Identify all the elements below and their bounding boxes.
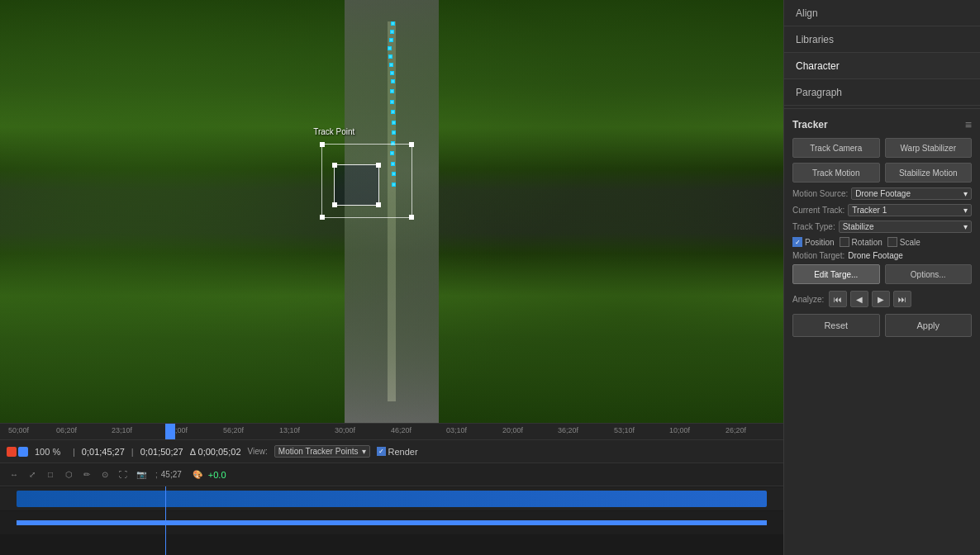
color-square-red <box>7 447 17 457</box>
warp-stabilizer-button[interactable]: Warp Stabilizer <box>885 138 973 158</box>
ruler-mark-2: 23;10f <box>112 426 132 434</box>
ruler-mark-11: 53;10f <box>614 426 635 434</box>
current-track-value: Tracker 1 <box>852 206 887 215</box>
playhead-line <box>165 486 166 555</box>
reset-button[interactable]: Reset <box>792 314 880 337</box>
motion-source-chevron-icon: ▾ <box>963 189 968 198</box>
timeline-controls-bar: 100 % | 0;01;45;27 | 0;01;50;27 Δ 0;00;0… <box>0 440 783 463</box>
tracker-section: Tracker ≡ Track Camera Warp Stabilizer T… <box>784 111 980 555</box>
view-chevron-icon: ▾ <box>362 447 366 456</box>
rotation-label: Rotation <box>852 238 882 247</box>
timecode-icon: | <box>73 447 75 457</box>
current-track-dropdown[interactable]: Tracker 1 ▾ <box>848 204 972 216</box>
current-track-chevron-icon: ▾ <box>963 206 968 215</box>
render-checkbox-row[interactable]: ✓ Render <box>377 447 418 457</box>
tab-character-label: Character <box>796 60 840 72</box>
tool-btn-3[interactable]: □ <box>43 467 58 482</box>
rotation-checkbox[interactable] <box>840 237 849 247</box>
render-checkbox[interactable]: ✓ <box>377 447 386 456</box>
ruler-container: 50;00f 06;20f 23;10f 40;00f 56;20f 13;10… <box>0 424 783 439</box>
analyze-row: Analyze: ⏮ ◀ ▶ ⏭ <box>792 291 972 307</box>
tool-btn-2[interactable]: ⤢ <box>25 467 40 482</box>
rotation-checkbox-item[interactable]: Rotation <box>840 237 882 247</box>
current-time[interactable]: 0;01;45;27 <box>82 447 125 457</box>
btn-row-1: Track Camera Warp Stabilizer <box>792 138 972 158</box>
tab-align-label: Align <box>796 7 818 19</box>
track-motion-button[interactable]: Track Motion <box>792 163 880 183</box>
tracker-title-row: Tracker ≡ <box>792 118 972 131</box>
stabilize-motion-button[interactable]: Stabilize Motion <box>885 163 973 183</box>
render-label: Render <box>388 447 418 457</box>
timeline-ruler-top[interactable]: 50;00f 06;20f 23;10f 40;00f 56;20f 13;10… <box>0 424 783 440</box>
right-panel: Align Libraries Character Paragraph Trac… <box>783 0 980 555</box>
tool-btn-1[interactable]: ↔ <box>7 467 21 482</box>
timecode-label-bottom: ; <box>155 470 158 479</box>
checkbox-row: ✓ Position Rotation Scale <box>792 237 972 247</box>
apply-button[interactable]: Apply <box>885 314 973 337</box>
btn-row-2: Track Motion Stabilize Motion <box>792 163 972 183</box>
timecode-bottom: 45;27 <box>161 470 182 479</box>
tab-libraries[interactable]: Libraries <box>784 26 980 53</box>
position-checkbox[interactable]: ✓ <box>792 237 802 247</box>
options-button[interactable]: Options... <box>885 264 973 284</box>
scale-checkbox-item[interactable]: Scale <box>887 237 921 247</box>
motion-source-dropdown[interactable]: Drone Footage ▾ <box>851 187 972 200</box>
tracker-overlay: Track Point <box>313 127 421 226</box>
analyze-label: Analyze: <box>792 295 824 304</box>
ruler-mark-13: 26;20f <box>725 426 746 434</box>
color-btn[interactable]: 🎨 <box>190 467 205 482</box>
track-camera-button[interactable]: Track Camera <box>792 138 880 158</box>
playhead-marker[interactable] <box>165 424 175 440</box>
tool-btn-7[interactable]: ⛶ <box>116 467 131 482</box>
separator: | <box>131 447 134 457</box>
analyze-next-icon: ▶ <box>878 295 884 304</box>
tracker-title: Tracker <box>792 119 828 130</box>
ruler-mark-0: 50;00f <box>8 426 29 434</box>
handle-br <box>409 215 414 220</box>
edit-target-button[interactable]: Edit Targe... <box>792 264 880 284</box>
ruler-mark-7: 46;20f <box>391 426 412 434</box>
position-checkbox-item[interactable]: ✓ Position <box>792 237 835 247</box>
left-icons <box>7 447 28 457</box>
track-bar-blue <box>17 520 767 525</box>
zoom-percentage[interactable]: 100 % <box>35 447 66 457</box>
scale-checkbox[interactable] <box>887 237 897 247</box>
video-area[interactable]: Track Point <box>0 0 783 423</box>
reset-apply-row: Reset Apply <box>792 314 972 337</box>
inner-handle-tl <box>332 163 337 168</box>
motion-source-label: Motion Source: <box>792 189 848 198</box>
track-type-dropdown[interactable]: Stabilize ▾ <box>839 221 972 233</box>
time-delta: Δ 0;00;05;02 <box>190 447 241 457</box>
tab-paragraph[interactable]: Paragraph <box>784 79 980 106</box>
view-dropdown[interactable]: Motion Tracker Points ▾ <box>274 445 370 458</box>
bottom-icons: 🎨 <box>190 467 205 482</box>
current-track-label: Current Track: <box>792 206 844 215</box>
panel-tabs: Align Libraries Character Paragraph <box>784 0 980 106</box>
analyze-next-all-button[interactable]: ⏭ <box>893 291 911 307</box>
tracker-menu-icon[interactable]: ≡ <box>965 118 972 131</box>
time-in[interactable]: 0;01;50;27 <box>140 447 183 457</box>
tracker-inner-box <box>334 164 379 206</box>
tab-character[interactable]: Character <box>784 53 980 79</box>
track-row-1 <box>0 487 783 510</box>
track-row-2 <box>0 511 783 534</box>
position-check-icon: ✓ <box>795 239 801 246</box>
ruler-mark-6: 30;00f <box>335 426 355 434</box>
tab-align[interactable]: Align <box>784 0 980 26</box>
analyze-next-button[interactable]: ▶ <box>872 291 890 307</box>
edit-options-row: Edit Targe... Options... <box>792 264 972 284</box>
tool-btn-6[interactable]: ⊙ <box>98 467 112 482</box>
timeline-tracks <box>0 486 783 555</box>
motion-target-label: Motion Target: <box>792 251 844 260</box>
scale-label: Scale <box>900 238 921 247</box>
analyze-prev-button[interactable]: ◀ <box>850 291 868 307</box>
track-type-row: Track Type: Stabilize ▾ <box>792 221 972 233</box>
motion-target-value: Drone Footage <box>848 251 903 260</box>
tool-btn-5[interactable]: ✏ <box>79 467 94 482</box>
inner-handle-bl <box>332 202 337 207</box>
analyze-prev-all-button[interactable]: ⏮ <box>829 291 847 307</box>
tool-btn-4[interactable]: ⬡ <box>61 467 76 482</box>
current-track-row: Current Track: Tracker 1 ▾ <box>792 204 972 216</box>
camera-icon-btn[interactable]: 📷 <box>134 467 149 482</box>
analyze-prev-icon: ◀ <box>856 295 863 304</box>
